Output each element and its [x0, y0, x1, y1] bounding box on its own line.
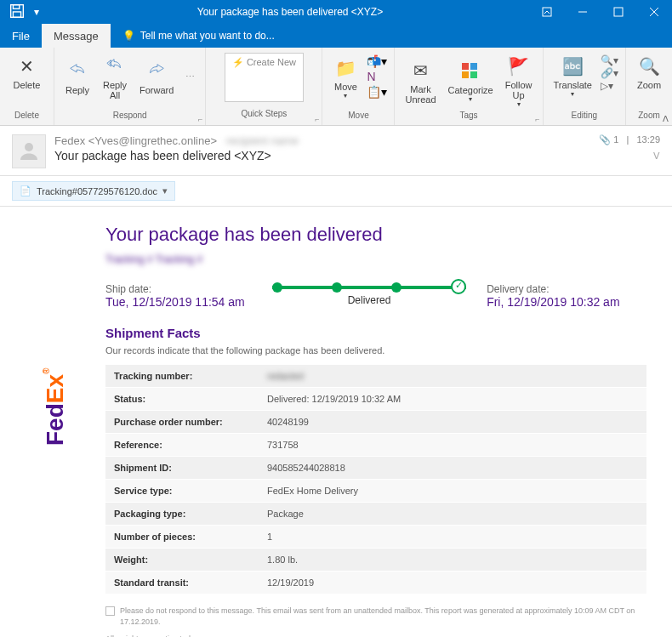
forward-button[interactable]: Forward — [134, 51, 179, 102]
disclaimer-text-2: All weights are estimated. — [105, 634, 646, 637]
disclaimer-checkbox[interactable] — [105, 606, 115, 616]
svg-point-12 — [25, 143, 33, 151]
document-icon: 📄 — [20, 185, 31, 196]
fact-value: 731758 — [259, 434, 646, 457]
zoom-icon: 🔍 — [639, 53, 660, 80]
categorize-icon — [462, 58, 479, 85]
categorize-button[interactable]: Categorize▾ — [443, 51, 498, 110]
message-subject: Your package has been delivered <XYZ> — [54, 149, 590, 162]
delivered-label: Delivered — [265, 294, 473, 306]
reply-all-button[interactable]: Reply All — [97, 51, 133, 102]
avatar — [12, 134, 46, 168]
tab-file[interactable]: File — [0, 24, 42, 48]
progress-check-icon — [451, 279, 466, 294]
minimize-button[interactable] — [565, 0, 601, 24]
ribbon-options-icon[interactable] — [529, 0, 565, 24]
redacted-recipient: recipient name — [226, 134, 299, 147]
move-button[interactable]: 📁 Move▾ — [327, 51, 363, 102]
attachment-name: Tracking#057729576120.doc — [37, 186, 157, 196]
select-icon[interactable]: ▷▾ — [601, 80, 618, 92]
zoom-group-label: Zoom — [638, 111, 660, 122]
table-row: Standard transit:12/19/2019 — [105, 572, 646, 594]
tell-me-search[interactable]: 💡 Tell me what you want to do... — [111, 30, 275, 42]
fact-value: 1 — [259, 526, 646, 549]
find-icon[interactable]: 🔍▾ — [601, 54, 618, 66]
reply-label: Reply — [65, 85, 89, 95]
delete-icon: ✕ — [20, 53, 34, 80]
close-button[interactable] — [636, 0, 672, 24]
svg-rect-11 — [470, 71, 477, 78]
translate-label: Translate — [554, 80, 592, 90]
mark-unread-icon: ✉ — [413, 57, 428, 84]
message-options-icon[interactable]: ᐯ — [653, 151, 660, 161]
quick-steps-gallery[interactable]: ⚡ Create New — [225, 53, 304, 102]
flag-icon: 🚩 — [508, 53, 529, 80]
move-group-label: Move — [348, 111, 368, 122]
onenote-icon[interactable]: N — [367, 70, 387, 83]
progress-dot — [272, 282, 282, 293]
save-icon[interactable] — [0, 2, 34, 23]
collapse-ribbon-icon[interactable]: ᐱ — [663, 114, 669, 123]
fact-value: 40248199 — [259, 411, 646, 434]
table-row: Reference:731758 — [105, 434, 646, 457]
create-new-label: Create New — [247, 57, 296, 67]
actions-icon[interactable]: 📋▾ — [367, 85, 387, 99]
mark-unread-label: Mark Unread — [405, 84, 436, 105]
maximize-button[interactable] — [601, 0, 636, 24]
fact-label: Standard transit: — [105, 572, 259, 594]
table-row: Weight:1.80 lb. — [105, 549, 646, 572]
fact-value: 940585244028818 — [259, 457, 646, 480]
rules-icon[interactable]: 📬▾ — [367, 54, 387, 68]
fact-label: Weight: — [105, 549, 259, 572]
fact-value: redacted — [259, 365, 646, 388]
fact-label: Purchase order number: — [105, 411, 259, 434]
delivery-progress: Ship date: Tue, 12/15/2019 11:54 am Deli… — [105, 283, 646, 309]
delivery-date-label: Delivery date: — [487, 283, 646, 295]
quicksteps-launcher-icon[interactable]: ⌐ — [315, 115, 319, 123]
more-respond-button[interactable]: ⋯ — [180, 70, 200, 84]
message-body: FedEx® Your package has been delivered T… — [0, 207, 672, 637]
categorize-label: Categorize — [448, 85, 493, 95]
related-icon[interactable]: 🔗▾ — [601, 67, 618, 79]
progress-dot — [332, 282, 342, 293]
move-label: Move — [334, 82, 357, 92]
respond-launcher-icon[interactable]: ⌐ — [198, 115, 202, 123]
attachment-dropdown-icon[interactable]: ▾ — [162, 185, 168, 196]
table-row: Service type:FedEx Home Delivery — [105, 480, 646, 503]
fact-value: Package — [259, 503, 646, 526]
tell-me-label: Tell me what you want to do... — [140, 30, 275, 42]
ship-date-label: Ship date: — [105, 283, 265, 295]
window-title: Your package has been delivered <XYZ> — [51, 6, 529, 18]
tab-message[interactable]: Message — [42, 24, 111, 48]
tags-launcher-icon[interactable]: ⌐ — [535, 115, 539, 123]
dropdown-icon[interactable]: ▾ — [34, 6, 51, 18]
forward-label: Forward — [140, 85, 174, 95]
attachment-item[interactable]: 📄 Tracking#057729576120.doc ▾ — [12, 181, 175, 201]
table-row: Number of pieces:1 — [105, 526, 646, 549]
fact-value: 12/19/2019 — [259, 572, 646, 594]
follow-up-label: Follow Up — [505, 80, 532, 100]
table-row: Shipment ID:940585244028818 — [105, 457, 646, 480]
fact-label: Packaging type: — [105, 503, 259, 526]
delete-group-label: Delete — [14, 111, 39, 122]
fact-label: Status: — [105, 388, 259, 411]
email-heading: Your package has been delivered — [105, 224, 646, 246]
zoom-button[interactable]: 🔍 Zoom — [631, 51, 667, 92]
follow-up-button[interactable]: 🚩 Follow Up▾ — [500, 51, 538, 110]
message-header: Fedex <Yves@lingrethec.online> recipient… — [0, 126, 672, 176]
table-row: Tracking number:redacted — [105, 365, 646, 388]
shipment-facts-desc: Our records indicate that the following … — [105, 345, 646, 355]
reply-icon — [68, 58, 87, 85]
svg-rect-9 — [470, 63, 477, 70]
svg-rect-3 — [543, 8, 551, 16]
delete-button[interactable]: ✕ Delete — [9, 51, 46, 92]
respond-group-label: Respond — [113, 111, 147, 122]
fact-label: Shipment ID: — [105, 457, 259, 480]
fedex-logo: FedEx® — [26, 224, 85, 637]
message-time: 13:29 — [636, 134, 660, 145]
fact-label: Tracking number: — [105, 365, 259, 388]
attachment-count: 1 — [613, 134, 618, 145]
mark-unread-button[interactable]: ✉ Mark Unread — [400, 51, 441, 110]
translate-button[interactable]: 🔤 Translate▾ — [549, 51, 597, 100]
reply-button[interactable]: Reply — [60, 51, 95, 102]
